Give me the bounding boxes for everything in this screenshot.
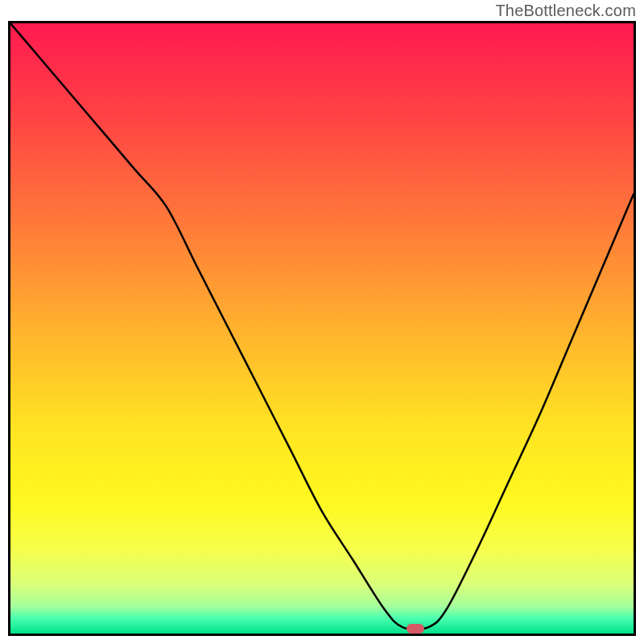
- chart-container: TheBottleneck.com: [0, 0, 644, 644]
- operating-point-marker: [407, 624, 424, 634]
- attribution-text: TheBottleneck.com: [495, 2, 636, 20]
- chart-frame: [8, 21, 636, 636]
- bottleneck-curve: [10, 23, 634, 634]
